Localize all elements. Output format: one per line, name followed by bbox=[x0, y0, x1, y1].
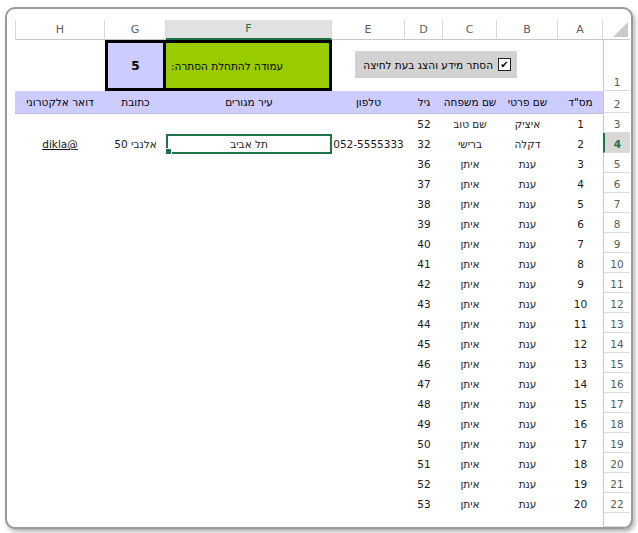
cell-email[interactable]: dikla@ bbox=[15, 134, 105, 154]
column-header-D[interactable]: D bbox=[405, 20, 443, 40]
cell-firstname[interactable]: ענת bbox=[497, 334, 558, 354]
cell-lastname[interactable]: איתן bbox=[443, 314, 497, 334]
column-header-A[interactable]: A bbox=[558, 20, 603, 40]
cell-firstname[interactable]: ענת bbox=[497, 374, 558, 394]
row-header-6[interactable]: 6 bbox=[603, 173, 630, 193]
cell-firstname[interactable]: ענת bbox=[497, 314, 558, 334]
cell-id[interactable]: 20 bbox=[558, 494, 603, 514]
cell-city[interactable] bbox=[166, 234, 332, 254]
hide-start-column-value-cell[interactable]: 5 bbox=[105, 40, 166, 91]
checkbox-checked-icon[interactable]: ✔ bbox=[498, 58, 511, 71]
cell-email[interactable] bbox=[15, 314, 105, 334]
cell-email[interactable] bbox=[15, 194, 105, 214]
cell-email[interactable] bbox=[15, 254, 105, 274]
cell-id[interactable]: 5 bbox=[558, 194, 603, 214]
cell-phone[interactable] bbox=[332, 194, 405, 214]
cell-firstname[interactable]: ענת bbox=[497, 434, 558, 454]
cell-age[interactable]: 39 bbox=[405, 214, 443, 234]
header-phone[interactable]: טלפון bbox=[332, 91, 405, 113]
cell-city[interactable] bbox=[166, 454, 332, 474]
cell-age[interactable]: 41 bbox=[405, 254, 443, 274]
row-header-11[interactable]: 11 bbox=[603, 273, 630, 293]
cell-id[interactable]: 18 bbox=[558, 454, 603, 474]
cell-phone[interactable] bbox=[332, 274, 405, 294]
cell-address[interactable] bbox=[105, 454, 166, 474]
cell-city[interactable] bbox=[166, 214, 332, 234]
column-header-G[interactable]: G bbox=[105, 20, 166, 40]
cell-H1-empty[interactable] bbox=[15, 40, 105, 91]
cell-phone[interactable] bbox=[332, 234, 405, 254]
cell-id[interactable]: 3 bbox=[558, 154, 603, 174]
cell-lastname[interactable]: איתן bbox=[443, 374, 497, 394]
cell-email[interactable] bbox=[15, 454, 105, 474]
hide-start-label-cell[interactable]: עמודה להתחלת הסתרה: bbox=[166, 40, 332, 91]
row-header-7[interactable]: 7 bbox=[603, 193, 630, 213]
cell-lastname[interactable]: שם טוב bbox=[443, 114, 497, 134]
cell-city[interactable] bbox=[166, 354, 332, 374]
cell-age[interactable]: 50 bbox=[405, 434, 443, 454]
hide-info-checkbox-control[interactable]: ✔ הסתר מידע והצג בעת לחיצה bbox=[355, 51, 517, 78]
cell-phone[interactable] bbox=[332, 354, 405, 374]
cell-city[interactable] bbox=[166, 174, 332, 194]
cell-age[interactable]: 51 bbox=[405, 454, 443, 474]
cell-email[interactable] bbox=[15, 394, 105, 414]
cell-email[interactable] bbox=[15, 354, 105, 374]
cell-firstname[interactable]: ענת bbox=[497, 194, 558, 214]
cell-email[interactable] bbox=[15, 414, 105, 434]
row-header-5[interactable]: 5 bbox=[603, 153, 630, 173]
cell-city[interactable] bbox=[166, 274, 332, 294]
cell-firstname[interactable]: ענת bbox=[497, 254, 558, 274]
cell-phone[interactable] bbox=[332, 254, 405, 274]
cell-lastname[interactable]: איתן bbox=[443, 254, 497, 274]
cell-id[interactable]: 13 bbox=[558, 354, 603, 374]
cell-age[interactable]: 43 bbox=[405, 294, 443, 314]
cell-email[interactable] bbox=[15, 174, 105, 194]
cell-phone[interactable] bbox=[332, 454, 405, 474]
column-header-H[interactable]: H bbox=[15, 20, 105, 40]
cell-email[interactable] bbox=[15, 374, 105, 394]
column-header-B[interactable]: B bbox=[497, 20, 558, 40]
cell-address[interactable] bbox=[105, 234, 166, 254]
cell-address[interactable] bbox=[105, 394, 166, 414]
cell-phone[interactable] bbox=[332, 214, 405, 234]
cell-city[interactable] bbox=[166, 334, 332, 354]
cell-city[interactable] bbox=[166, 494, 332, 514]
cell-age[interactable]: 45 bbox=[405, 334, 443, 354]
row-header-3[interactable]: 3 bbox=[603, 113, 630, 133]
row-header-20[interactable]: 20 bbox=[603, 453, 630, 473]
cell-id[interactable]: 10 bbox=[558, 294, 603, 314]
cell-phone[interactable] bbox=[332, 374, 405, 394]
cell-id[interactable]: 4 bbox=[558, 174, 603, 194]
cell-id[interactable]: 14 bbox=[558, 374, 603, 394]
cell-firstname[interactable]: ענת bbox=[497, 354, 558, 374]
row-header-10[interactable]: 10 bbox=[603, 253, 630, 273]
cell-id[interactable]: 17 bbox=[558, 434, 603, 454]
cell-address[interactable] bbox=[105, 214, 166, 234]
cell-id[interactable]: 1 bbox=[558, 114, 603, 134]
cell-phone[interactable]: 052-5555333 bbox=[332, 134, 405, 154]
row-header-8[interactable]: 8 bbox=[603, 213, 630, 233]
cell-address[interactable] bbox=[105, 114, 166, 134]
row-header-18[interactable]: 18 bbox=[603, 413, 630, 433]
row-header-21[interactable]: 21 bbox=[603, 473, 630, 493]
row-header-13[interactable]: 13 bbox=[603, 313, 630, 333]
cell-city[interactable] bbox=[166, 374, 332, 394]
cell-email[interactable] bbox=[15, 474, 105, 494]
cell-address[interactable] bbox=[105, 194, 166, 214]
row-header-17[interactable]: 17 bbox=[603, 393, 630, 413]
cell-id[interactable]: 2 bbox=[558, 134, 603, 154]
cell-firstname[interactable]: ענת bbox=[497, 394, 558, 414]
cell-phone[interactable] bbox=[332, 114, 405, 134]
row-header-14[interactable]: 14 bbox=[603, 333, 630, 353]
cell-lastname[interactable]: איתן bbox=[443, 154, 497, 174]
cell-lastname[interactable]: איתן bbox=[443, 474, 497, 494]
cell-address[interactable] bbox=[105, 474, 166, 494]
cell-age[interactable]: 38 bbox=[405, 194, 443, 214]
cell-phone[interactable] bbox=[332, 154, 405, 174]
cell-firstname[interactable]: ענת bbox=[497, 494, 558, 514]
cell-phone[interactable] bbox=[332, 494, 405, 514]
header-age[interactable]: גיל bbox=[405, 91, 443, 113]
cell-firstname[interactable]: ענת bbox=[497, 154, 558, 174]
cell-firstname[interactable]: ענת bbox=[497, 234, 558, 254]
cell-id[interactable]: 19 bbox=[558, 474, 603, 494]
